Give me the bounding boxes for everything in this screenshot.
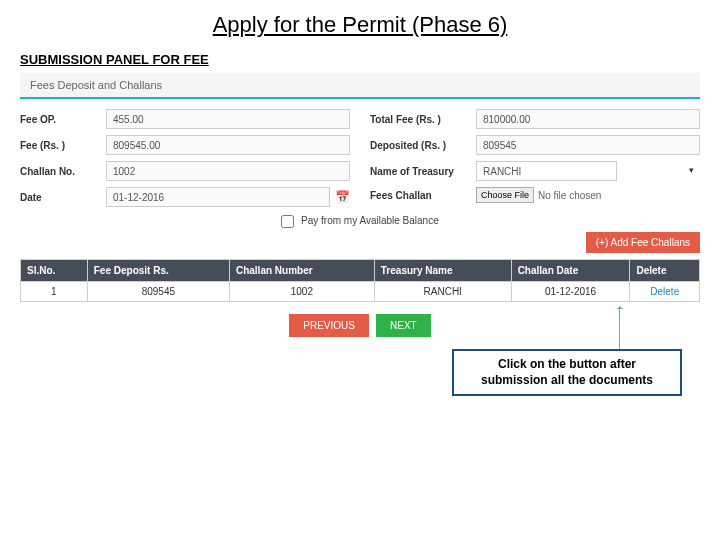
- total-fee-input[interactable]: [476, 109, 700, 129]
- date-input[interactable]: [106, 187, 330, 207]
- cell-challan-number: 1002: [229, 282, 374, 302]
- col-delete: Delete: [630, 260, 700, 282]
- cell-treasury: RANCHI: [374, 282, 511, 302]
- page-title: Apply for the Permit (Phase 6): [0, 12, 720, 38]
- col-challan-date: Challan Date: [511, 260, 630, 282]
- chevron-down-icon: ▾: [689, 165, 694, 175]
- fee-rs-label: Fee (Rs. ): [20, 140, 100, 151]
- add-fee-challans-button[interactable]: (+) Add Fee Challans: [586, 232, 700, 253]
- fee-op-input[interactable]: [106, 109, 350, 129]
- cell-deposit: 809545: [87, 282, 229, 302]
- cell-slno: 1: [21, 282, 88, 302]
- fee-op-label: Fee OP.: [20, 114, 100, 125]
- pay-balance-checkbox[interactable]: [281, 215, 294, 228]
- panel-header: Fees Deposit and Challans: [20, 73, 700, 99]
- next-button[interactable]: NEXT: [376, 314, 431, 337]
- choose-file-button[interactable]: Choose File: [476, 187, 534, 203]
- date-label: Date: [20, 192, 100, 203]
- treasury-select[interactable]: [476, 161, 617, 181]
- calendar-icon[interactable]: 📅: [334, 189, 350, 205]
- deposited-input[interactable]: [476, 135, 700, 155]
- col-challan-number: Challan Number: [229, 260, 374, 282]
- table-row: 1 809545 1002 RANCHI 01-12-2016 Delete: [21, 282, 700, 302]
- challan-no-input[interactable]: [106, 161, 350, 181]
- col-slno: Sl.No.: [21, 260, 88, 282]
- deposited-label: Deposited (Rs. ): [370, 140, 470, 151]
- no-file-text: No file chosen: [538, 190, 601, 201]
- section-title: SUBMISSION PANEL FOR FEE: [20, 52, 720, 67]
- fees-challan-label: Fees Challan: [370, 190, 470, 201]
- previous-button[interactable]: PREVIOUS: [289, 314, 369, 337]
- cell-challan-date: 01-12-2016: [511, 282, 630, 302]
- pay-balance-label: Pay from my Available Balance: [301, 215, 439, 226]
- fee-rs-input[interactable]: [106, 135, 350, 155]
- delete-link[interactable]: Delete: [650, 286, 679, 297]
- callout-box: Click on the button after submission all…: [452, 349, 682, 396]
- col-treasury: Treasury Name: [374, 260, 511, 282]
- col-deposit: Fee Deposit Rs.: [87, 260, 229, 282]
- total-fee-label: Total Fee (Rs. ): [370, 114, 470, 125]
- challans-table: Sl.No. Fee Deposit Rs. Challan Number Tr…: [20, 259, 700, 302]
- challan-no-label: Challan No.: [20, 166, 100, 177]
- treasury-label: Name of Treasury: [370, 166, 470, 177]
